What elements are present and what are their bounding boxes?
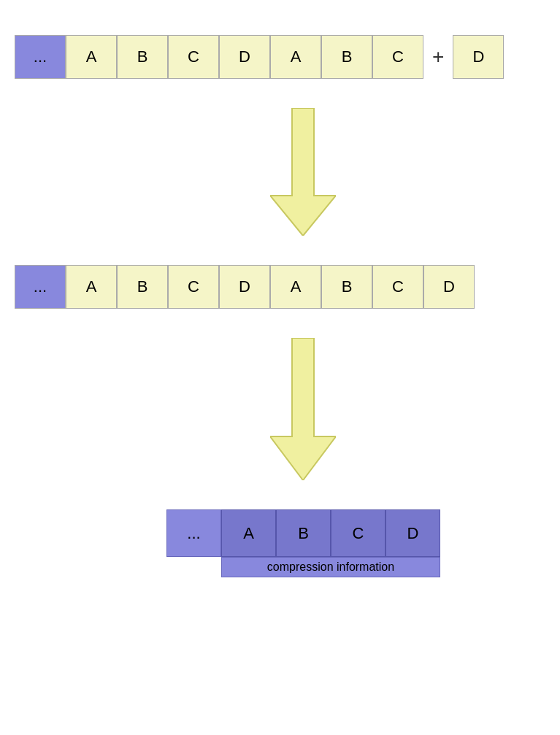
row2-cell-c2: C — [372, 265, 423, 309]
row3-cell-c: C — [331, 509, 386, 557]
compression-label: compression information — [221, 557, 440, 577]
row1-cell-c2: C — [372, 35, 423, 79]
svg-marker-1 — [270, 338, 336, 480]
arrow2-down — [270, 338, 336, 480]
arrow1-down — [270, 108, 336, 236]
row1-cell-b1: B — [117, 35, 168, 79]
row2-cell-b2: B — [321, 265, 372, 309]
svg-marker-0 — [270, 108, 336, 236]
row1-cell-d-extra: D — [453, 35, 504, 79]
row3-dots-cell: ... — [166, 509, 221, 557]
row2-dots-cell: ... — [15, 265, 66, 309]
row3-cell-b: B — [276, 509, 331, 557]
row1-cell-b2: B — [321, 35, 372, 79]
row1-cell-d1: D — [219, 35, 270, 79]
row2-sequence: ... A B C D A B C D — [15, 265, 475, 309]
plus-sign: + — [432, 45, 444, 69]
row1-sequence: ... A B C D A B C + D — [15, 35, 504, 79]
row2-cell-d1: D — [219, 265, 270, 309]
row1-dots-cell: ... — [15, 35, 66, 79]
row2-cell-a1: A — [66, 265, 117, 309]
row2-cell-d2: D — [423, 265, 475, 309]
row2-cell-c1: C — [168, 265, 219, 309]
row2-cell-a2: A — [270, 265, 321, 309]
row1-cell-a2: A — [270, 35, 321, 79]
diagram-container: ... A B C D A B C + D — [0, 0, 560, 735]
row1-cell-a1: A — [66, 35, 117, 79]
row1-cell-c1: C — [168, 35, 219, 79]
row3-sequence: ... A B C D compression information — [166, 509, 440, 577]
row3-cell-a: A — [221, 509, 276, 557]
row3-cells: ... A B C D — [166, 509, 440, 557]
row2-cell-b1: B — [117, 265, 168, 309]
row3-cell-d: D — [386, 509, 440, 557]
